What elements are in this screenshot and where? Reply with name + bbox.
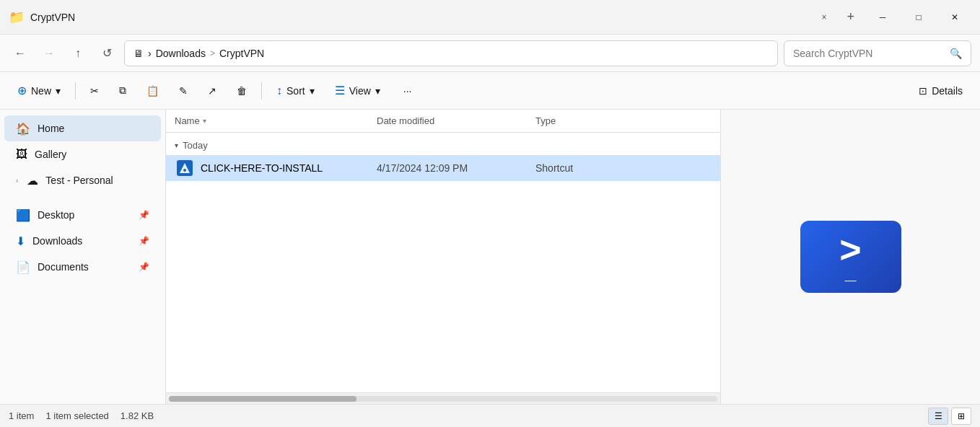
status-bar: 1 item 1 item selected 1.82 KB ☰ ⊞ xyxy=(0,404,980,427)
refresh-button[interactable]: ↺ xyxy=(95,42,118,65)
sidebar-item-downloads-label: Downloads xyxy=(32,235,82,247)
delete-button[interactable]: 🗑 xyxy=(228,78,255,104)
downloads-icon: ⬇ xyxy=(16,234,25,248)
table-row[interactable]: CLICK-HERE-TO-INSTALL 4/17/2024 12:09 PM… xyxy=(166,155,720,181)
group-label: Today xyxy=(183,140,208,151)
sidebar-item-home[interactable]: 🏠 Home xyxy=(4,115,161,141)
title-bar: 📁 CryptVPN × + ─ □ ✕ xyxy=(0,0,980,35)
toolbar-separator-2 xyxy=(261,82,262,100)
column-type-label: Type xyxy=(535,115,556,126)
tab-add-button[interactable]: + xyxy=(841,6,860,27)
column-name-label: Name xyxy=(175,115,200,126)
view-icon: ☰ xyxy=(335,84,345,97)
view-chevron-icon: ▾ xyxy=(375,85,380,97)
file-date-modified: 4/17/2024 12:09 PM xyxy=(377,162,535,174)
sidebar-item-gallery[interactable]: 🖼 Gallery xyxy=(4,141,161,167)
search-icon: 🔍 xyxy=(950,48,962,59)
details-button[interactable]: ⊡ Details xyxy=(910,78,971,104)
group-chevron-icon: ▾ xyxy=(175,141,178,149)
column-headers: Name ▾ Date modified Type xyxy=(166,110,720,133)
sidebar-item-test-personal[interactable]: › ☁ Test - Personal xyxy=(4,167,161,193)
sidebar-divider xyxy=(0,193,165,202)
column-date-label: Date modified xyxy=(377,115,434,126)
view-toggle-group: ☰ ⊞ xyxy=(928,408,971,425)
details-label: Details xyxy=(932,85,963,97)
title-bar-title: CryptVPN xyxy=(30,12,810,23)
sort-chevron-icon: ▾ xyxy=(310,85,315,97)
documents-pin-icon: 📌 xyxy=(139,262,149,272)
toolbar-separator-1 xyxy=(75,82,76,100)
sidebar-item-home-label: Home xyxy=(38,123,64,134)
scrollbar-thumb[interactable] xyxy=(169,396,356,402)
search-input[interactable] xyxy=(793,48,944,59)
rename-icon: ✎ xyxy=(179,85,188,97)
sidebar: 🏠 Home 🖼 Gallery › ☁ Test - Personal 🟦 D… xyxy=(0,110,166,404)
new-icon: ⊕ xyxy=(17,84,27,97)
search-bar[interactable]: 🔍 xyxy=(784,40,971,66)
downloads-pin-icon: 📌 xyxy=(139,236,149,246)
selected-info: 1 item selected xyxy=(45,410,108,421)
copy-icon: ⧉ xyxy=(119,84,126,97)
cut-button[interactable]: ✂ xyxy=(82,78,108,104)
name-sort-icon: ▾ xyxy=(203,117,206,125)
sort-label: Sort xyxy=(286,85,305,97)
expand-icon: › xyxy=(16,177,18,185)
file-size: 1.82 KB xyxy=(121,410,154,421)
file-name: CLICK-HERE-TO-INSTALL xyxy=(201,162,377,174)
column-date-modified[interactable]: Date modified xyxy=(377,115,535,126)
cloud-icon: ☁ xyxy=(27,174,38,188)
sort-button[interactable]: ↕ Sort ▾ xyxy=(268,78,323,104)
file-type: Shortcut xyxy=(535,162,712,174)
window-controls: ─ □ ✕ xyxy=(866,6,971,29)
new-chevron-icon: ▾ xyxy=(56,85,61,97)
more-icon: ··· xyxy=(403,85,412,97)
computer-icon: 🖥 xyxy=(134,48,144,59)
ps-dash-symbol: _ xyxy=(845,263,857,283)
view-label: View xyxy=(349,85,371,97)
up-button[interactable]: ↑ xyxy=(66,42,89,65)
forward-button[interactable]: → xyxy=(38,42,61,65)
paste-button[interactable]: 📋 xyxy=(138,78,167,104)
new-label: New xyxy=(31,85,51,97)
ps-logo: > _ xyxy=(839,231,861,283)
sidebar-item-documents[interactable]: 📄 Documents 📌 xyxy=(4,254,161,280)
sidebar-item-desktop[interactable]: 🟦 Desktop 📌 xyxy=(4,202,161,228)
paste-icon: 📋 xyxy=(146,85,159,97)
rename-button[interactable]: ✎ xyxy=(170,78,196,104)
powershell-icon: > _ xyxy=(800,221,901,293)
desktop-icon: 🟦 xyxy=(16,208,30,222)
sidebar-item-documents-label: Documents xyxy=(38,261,89,273)
file-content: Name ▾ Date modified Type ▾ Today xyxy=(166,110,720,404)
new-button[interactable]: ⊕ New ▾ xyxy=(9,78,69,104)
back-button[interactable]: ← xyxy=(9,42,32,65)
column-name[interactable]: Name ▾ xyxy=(175,115,377,126)
maximize-button[interactable]: □ xyxy=(902,6,935,29)
horizontal-scrollbar[interactable] xyxy=(166,392,720,404)
file-icon xyxy=(175,158,195,178)
item-count: 1 item xyxy=(9,410,34,421)
scrollbar-track[interactable] xyxy=(169,396,717,402)
delete-icon: 🗑 xyxy=(237,85,247,97)
grid-view-button[interactable]: ⊞ xyxy=(951,408,971,425)
group-header-today[interactable]: ▾ Today xyxy=(166,136,720,155)
share-icon: ↗ xyxy=(208,85,216,97)
column-type[interactable]: Type xyxy=(535,115,712,126)
title-bar-folder-icon: 📁 xyxy=(9,9,25,25)
share-button[interactable]: ↗ xyxy=(199,78,225,104)
breadcrumb[interactable]: 🖥 › Downloads > CryptVPN xyxy=(124,40,778,66)
view-button[interactable]: ☰ View ▾ xyxy=(326,78,389,104)
preview-pane: > _ xyxy=(720,110,980,404)
sidebar-item-downloads[interactable]: ⬇ Downloads 📌 xyxy=(4,228,161,254)
cut-icon: ✂ xyxy=(90,85,99,97)
minimize-button[interactable]: ─ xyxy=(866,6,899,29)
close-button[interactable]: ✕ xyxy=(938,6,971,29)
breadcrumb-cryptvpn[interactable]: CryptVPN xyxy=(219,48,264,59)
gallery-icon: 🖼 xyxy=(16,148,27,161)
tab-close-button[interactable]: × xyxy=(815,9,832,25)
desktop-pin-icon: 📌 xyxy=(139,210,149,220)
breadcrumb-downloads[interactable]: Downloads xyxy=(156,48,206,59)
list-view-button[interactable]: ☰ xyxy=(928,408,948,425)
copy-button[interactable]: ⧉ xyxy=(110,78,135,104)
documents-icon: 📄 xyxy=(16,260,30,274)
more-button[interactable]: ··· xyxy=(395,78,421,104)
